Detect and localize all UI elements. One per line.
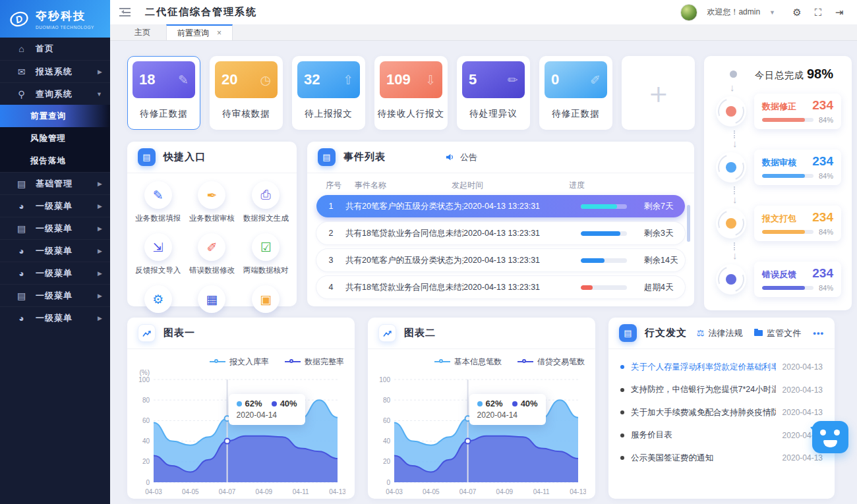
avatar[interactable] [680, 4, 697, 21]
logo: D 夺秒科技 DUOMIAO TECHNOLOGY [0, 0, 110, 38]
flow-connector: ↓ [732, 186, 852, 204]
chart-2[interactable]: 基本信息笔数借贷交易笔数02040608010004-0304-0504-070… [368, 349, 595, 502]
list-item[interactable]: 服务价目表 2020-04-13 [620, 424, 823, 447]
svg-text:04-13: 04-13 [570, 488, 586, 495]
quick-item-data-check[interactable]: ☑两端数据核对 [239, 233, 293, 275]
svg-text:60: 60 [142, 417, 150, 424]
pie-icon: ◕ [16, 268, 27, 279]
sidebar-item-menu-4[interactable]: ◕ 一级菜单 ▶ [0, 262, 110, 284]
tab-home[interactable]: 主页 [119, 24, 166, 40]
add-card-button[interactable]: ＋ [622, 56, 695, 130]
topbar: 二代征信综合管理系统 欢迎您！admin ▼ ⚙ ⛶ ⇥ [110, 0, 857, 24]
doc-edit-icon: ✎ [144, 181, 172, 209]
download-tray-icon: ⇩ [425, 72, 436, 88]
fullscreen-icon[interactable]: ⛶ [812, 7, 824, 18]
home-icon: ⌂ [16, 43, 27, 54]
document-icon: ▤ [16, 223, 27, 234]
progress-bar [762, 118, 813, 122]
username[interactable]: admin [738, 7, 760, 16]
list-item[interactable]: 关于加大手续费减免配合支持肺炎疫情防... 2020-04-13 [620, 401, 823, 424]
chat-widget[interactable] [812, 421, 848, 453]
sidebar-item-risk-management[interactable]: 风险管理 [0, 127, 110, 150]
bullet-icon [620, 434, 624, 437]
sidebar-item-menu-5[interactable]: ▤ 一级菜单 ▶ [0, 284, 110, 306]
send-icon: ✉ [16, 67, 27, 77]
checkbox-icon: ☑ [252, 233, 280, 261]
import-icon: ⇲ [144, 233, 172, 261]
svg-text:04-03: 04-03 [145, 488, 162, 495]
list-item[interactable]: 公示美国签证费的通知 2020-04-13 [620, 447, 823, 470]
sidebar-item-menu-2[interactable]: ▤ 一级菜单 ▶ [0, 217, 110, 239]
chart-plot: 02040608010004-0304-0504-0704-0904-1104-… [372, 368, 586, 499]
quick-item-data-fill[interactable]: ✎业务数据填报 [131, 181, 185, 223]
topbar-actions: 欢迎您！admin ▼ ⚙ ⛶ ⇥ [680, 4, 845, 21]
more-dots-icon[interactable]: ••• [813, 328, 824, 338]
sidebar-item-query-system[interactable]: ⚲ 查询系统 ▼ [0, 82, 110, 105]
quick-item-feedback-import[interactable]: ⇲反馈报文导入 [131, 233, 185, 275]
bullet-icon [620, 365, 624, 369]
flow-step-error-feedback[interactable]: 错误反馈234 84% [716, 262, 852, 297]
document-tabs: ⚖法律法规 监管文件 ••• [697, 327, 824, 339]
step-ring [716, 152, 746, 182]
logout-icon[interactable]: ⇥ [833, 7, 845, 18]
chart-legend: 基本信息笔数借贷交易笔数 [372, 352, 591, 368]
flow-step-data-audit[interactable]: 数据审核234 84% [716, 150, 852, 185]
sidebar-item-menu-1[interactable]: ◕ 一级菜单 ▶ [0, 194, 110, 217]
table-row[interactable]: 2 共有18笔贷款业务合同信息未结清 2020-04-13 13:23:31 剩… [316, 222, 685, 244]
scrollbar[interactable] [687, 205, 690, 242]
chart-panel-1: 图表一 报文入库率数据完整率020406080100(%)04-0304-050… [127, 318, 355, 499]
sidebar-item-menu-6[interactable]: ◕ 一级菜单 ▶ [0, 306, 110, 329]
sidebar-item-front-query[interactable]: 前置查询 [0, 105, 110, 127]
table-row[interactable]: 4 共有18笔贷款业务合同信息未结清 2020-04-13 13:23:31 超… [316, 276, 685, 298]
announcement-link[interactable]: 公告 [445, 152, 477, 163]
svg-text:04-13: 04-13 [329, 488, 345, 495]
gear-icon: ⚙ [144, 285, 172, 313]
tab-front-query[interactable]: 前置查询 × [166, 24, 233, 40]
svg-text:0: 0 [386, 479, 390, 486]
sidebar-item-home[interactable]: ⌂ 首页 [0, 38, 110, 60]
logo-icon: D [8, 8, 30, 30]
stat-card-pending-upload[interactable]: 32⇧ 待上报报文 [292, 56, 365, 130]
welcome-text: 欢迎您！admin [707, 7, 760, 18]
svg-text:0: 0 [146, 479, 150, 486]
quick-item-message-generate[interactable]: ⎙数据报文生成 [239, 181, 293, 223]
close-icon[interactable]: × [217, 28, 222, 38]
stat-card-pending-receive[interactable]: 109⇩ 待接收人行报文 [374, 56, 448, 130]
flow-connector: ↓ [732, 130, 852, 148]
tab-regulatory[interactable]: 监管文件 [754, 327, 801, 339]
tab-law[interactable]: ⚖法律法规 [697, 327, 743, 339]
svg-text:04-05: 04-05 [182, 488, 199, 495]
svg-text:60: 60 [383, 417, 391, 424]
logo-subtitle: DUOMIAO TECHNOLOGY [36, 25, 94, 30]
sidebar-item-menu-3[interactable]: ◕ 一级菜单 ▶ [0, 239, 110, 262]
list-item[interactable]: 关于个人存量浮动利率贷款定价基础利率... 2020-04-13 [620, 356, 823, 379]
svg-text:80: 80 [383, 397, 391, 404]
stat-card-pending-fix-2[interactable]: 0✐ 待修正数据 [539, 56, 612, 130]
sidebar-item-base-management[interactable]: ▤ 基础管理 ▶ [0, 172, 110, 194]
chart-1[interactable]: 报文入库率数据完整率020406080100(%)04-0304-0504-07… [127, 349, 355, 502]
chevron-right-icon: ▶ [98, 248, 102, 254]
today-progress-panel: 今日总完成98% ↓ 数据修正234 84% ↓ 数据审核234 84% ↓ [704, 56, 852, 310]
table-row[interactable]: 1 共有20笔客户的五级分类状态为关注... 2020-04-13 13:23:… [316, 195, 685, 217]
main-content: 18✎ 待修正数据 20◷ 待审核数据 32⇧ 待上报报文 109⇩ 待接收人行… [110, 41, 857, 504]
stat-card-pending-audit[interactable]: 20◷ 待审核数据 [210, 56, 283, 130]
flow-step-data-fix[interactable]: 数据修正234 84% [716, 94, 852, 129]
quick-item-data-audit[interactable]: ✒业务数据审核 [185, 181, 239, 223]
stat-card-pending-dispute[interactable]: 5✏ 待处理异议 [457, 56, 530, 130]
chevron-right-icon: ▶ [98, 270, 102, 277]
list-item[interactable]: 支持防控，中信银行为您提供7*24小时温... 2020-04-13 [620, 379, 823, 402]
caret-down-icon[interactable]: ▼ [769, 9, 775, 16]
table-row[interactable]: 3 共有20笔客户的五级分类状态为关注 2020-04-13 13:23:31 … [316, 249, 685, 271]
sidebar-item-report-system[interactable]: ✉ 报送系统 ▶ [0, 60, 110, 82]
sidebar-item-report-landing[interactable]: 报告落地 [0, 150, 110, 172]
list-badge-icon: ▤ [138, 148, 156, 166]
quick-item-error-fix[interactable]: ✐错误数据修改 [185, 233, 239, 275]
settings-gear-icon[interactable]: ⚙ [791, 7, 803, 18]
chevron-right-icon: ▶ [98, 225, 102, 232]
sidebar-collapse-icon[interactable] [119, 8, 131, 16]
flow-step-message-pack[interactable]: 报文打包234 84% [716, 206, 852, 241]
document-list: 关于个人存量浮动利率贷款定价基础利率... 2020-04-13 支持防控，中信… [608, 349, 835, 470]
stat-card-pending-fix[interactable]: 18✎ 待修正数据 [127, 56, 200, 130]
chart-tooltip: 62%40%2020-04-14 [229, 394, 305, 425]
svg-text:80: 80 [142, 397, 150, 404]
